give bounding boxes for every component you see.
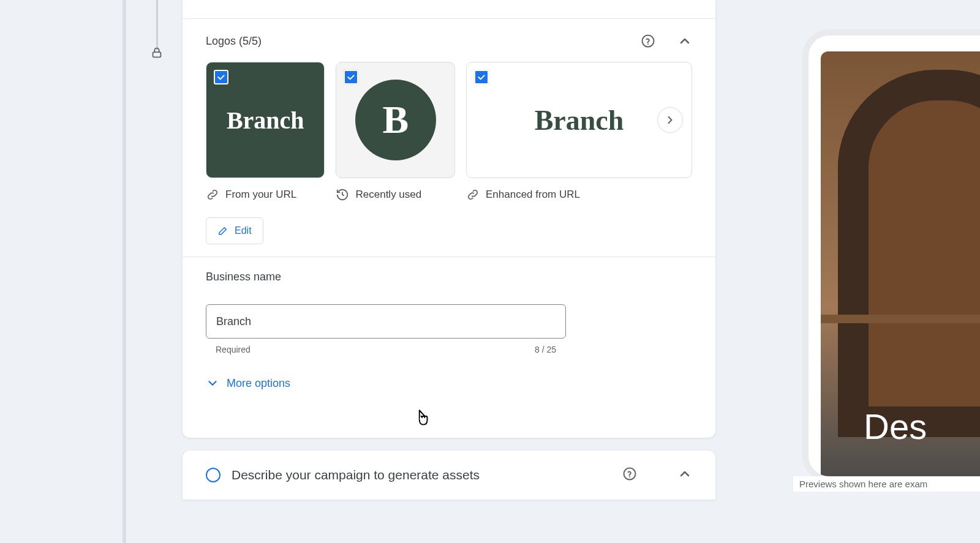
assets-card: Logos (5/5) Branch [183, 0, 715, 438]
logo-captions: From your URL Recently used Enhanced fro… [206, 188, 692, 201]
logos-heading: Logos (5/5) [206, 35, 262, 48]
logo-source-caption: Recently used [336, 188, 454, 201]
caption-text: From your URL [225, 189, 296, 201]
carousel-next-button[interactable] [657, 107, 683, 133]
cursor-pointer-icon [412, 408, 432, 431]
link-icon [466, 188, 480, 201]
logos-section: Logos (5/5) Branch [183, 19, 715, 257]
svg-point-6 [629, 476, 630, 477]
preview-overlay-text: Des [864, 406, 927, 447]
step-radio-empty[interactable] [206, 468, 221, 482]
link-icon [206, 188, 219, 201]
svg-point-4 [647, 43, 649, 45]
generate-assets-title: Describe your campaign to generate asset… [232, 468, 611, 482]
logo-source-caption: From your URL [206, 188, 325, 201]
history-icon [336, 188, 349, 201]
checkbox-checked-icon[interactable] [214, 70, 228, 84]
chevron-up-icon[interactable] [677, 34, 692, 48]
stepper-connector [156, 0, 158, 50]
logo-brand-text: Branch [535, 104, 624, 137]
help-icon[interactable] [641, 34, 655, 48]
business-name-section: Business name Required 8 / 25 More optio… [183, 257, 715, 405]
logo-roundel: B [355, 80, 436, 160]
char-counter: 8 / 25 [535, 345, 556, 354]
logo-thumbnail[interactable]: Branch [466, 62, 692, 178]
preview-ad-image: Des [821, 51, 980, 480]
preview-scene-shelf [821, 315, 980, 323]
generate-assets-card[interactable]: Describe your campaign to generate asset… [183, 451, 715, 500]
edit-button-label: Edit [235, 225, 252, 236]
business-name-label: Business name [206, 271, 692, 283]
logo-thumbnails: Branch B Branch [206, 62, 692, 178]
lock-icon [150, 46, 165, 61]
logo-source-caption: Enhanced from URL [466, 188, 692, 201]
more-options-toggle[interactable]: More options [206, 376, 692, 390]
helper-required: Required [216, 345, 251, 354]
logo-brand-letter: B [382, 100, 409, 140]
svg-point-5 [624, 468, 636, 480]
checkbox-checked-icon[interactable] [474, 70, 489, 84]
logo-thumbnail[interactable]: Branch [206, 62, 325, 178]
scroll-gutter [123, 0, 126, 543]
logo-thumbnail[interactable]: B [336, 62, 454, 178]
svg-rect-0 [153, 52, 161, 57]
more-options-label: More options [227, 377, 290, 390]
svg-point-3 [643, 36, 654, 47]
chevron-down-icon [206, 376, 219, 390]
edit-button[interactable]: Edit [206, 217, 263, 244]
caption-text: Enhanced from URL [486, 189, 580, 201]
business-name-input[interactable] [206, 304, 566, 339]
caption-text: Recently used [355, 189, 421, 201]
help-icon[interactable] [622, 466, 637, 484]
checkbox-checked-icon[interactable] [344, 70, 358, 84]
chevron-up-icon[interactable] [677, 466, 692, 484]
preview-phone-frame: Des [802, 29, 980, 482]
pencil-icon [217, 225, 228, 236]
logo-brand-text: Branch [227, 106, 304, 135]
preview-caption: Previews shown here are exam [793, 476, 980, 492]
preview-scene-arch [838, 70, 980, 437]
